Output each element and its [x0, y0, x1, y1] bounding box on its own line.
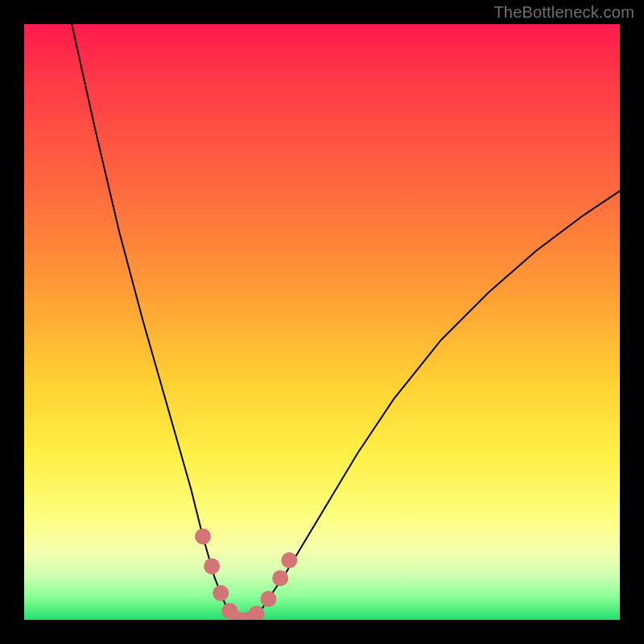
highlight-marker	[195, 528, 211, 544]
curve-layer	[24, 24, 620, 620]
plot-area	[24, 24, 620, 620]
highlight-marker	[281, 552, 297, 568]
highlight-marker	[213, 585, 229, 601]
watermark-text: TheBottleneck.com	[493, 3, 634, 22]
highlight-marker	[272, 570, 288, 586]
bottleneck-curve	[72, 24, 620, 620]
highlight-marker	[204, 558, 220, 574]
highlight-marker	[260, 591, 276, 607]
chart-frame: TheBottleneck.com	[0, 0, 644, 644]
marker-group	[195, 528, 297, 620]
